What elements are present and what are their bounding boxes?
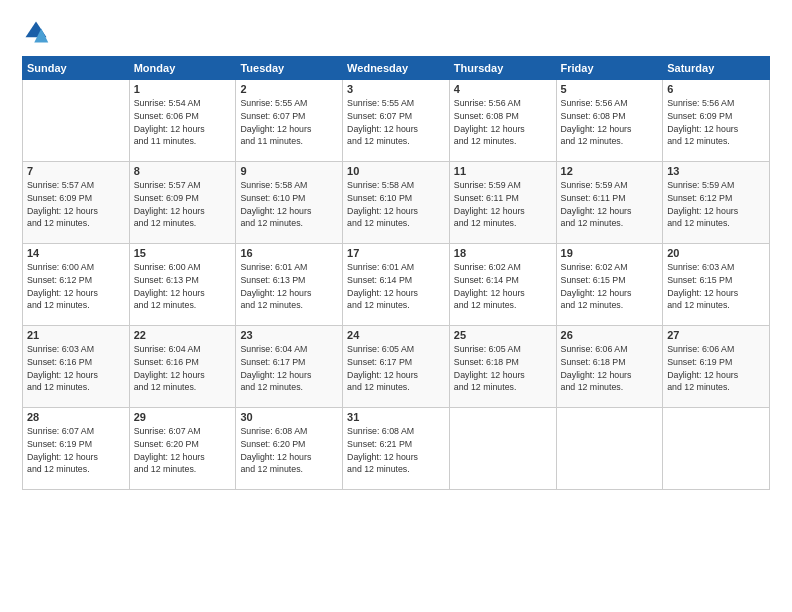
day-cell-24: 24Sunrise: 6:05 AMSunset: 6:17 PMDayligh… (343, 326, 450, 408)
day-info: Sunrise: 6:01 AMSunset: 6:14 PMDaylight:… (347, 261, 445, 312)
day-info: Sunrise: 6:03 AMSunset: 6:15 PMDaylight:… (667, 261, 765, 312)
day-number: 23 (240, 329, 338, 341)
day-info: Sunrise: 5:57 AMSunset: 6:09 PMDaylight:… (27, 179, 125, 230)
week-row-1: 1Sunrise: 5:54 AMSunset: 6:06 PMDaylight… (23, 80, 770, 162)
day-info: Sunrise: 6:06 AMSunset: 6:18 PMDaylight:… (561, 343, 659, 394)
empty-cell (23, 80, 130, 162)
day-cell-29: 29Sunrise: 6:07 AMSunset: 6:20 PMDayligh… (129, 408, 236, 490)
day-cell-28: 28Sunrise: 6:07 AMSunset: 6:19 PMDayligh… (23, 408, 130, 490)
weekday-header-wednesday: Wednesday (343, 57, 450, 80)
day-cell-18: 18Sunrise: 6:02 AMSunset: 6:14 PMDayligh… (449, 244, 556, 326)
week-row-3: 14Sunrise: 6:00 AMSunset: 6:12 PMDayligh… (23, 244, 770, 326)
day-info: Sunrise: 6:00 AMSunset: 6:12 PMDaylight:… (27, 261, 125, 312)
day-number: 25 (454, 329, 552, 341)
day-number: 13 (667, 165, 765, 177)
day-info: Sunrise: 6:05 AMSunset: 6:17 PMDaylight:… (347, 343, 445, 394)
day-cell-8: 8Sunrise: 5:57 AMSunset: 6:09 PMDaylight… (129, 162, 236, 244)
day-number: 21 (27, 329, 125, 341)
day-cell-4: 4Sunrise: 5:56 AMSunset: 6:08 PMDaylight… (449, 80, 556, 162)
page: SundayMondayTuesdayWednesdayThursdayFrid… (0, 0, 792, 612)
day-number: 30 (240, 411, 338, 423)
week-row-2: 7Sunrise: 5:57 AMSunset: 6:09 PMDaylight… (23, 162, 770, 244)
day-info: Sunrise: 5:55 AMSunset: 6:07 PMDaylight:… (240, 97, 338, 148)
day-number: 6 (667, 83, 765, 95)
day-number: 8 (134, 165, 232, 177)
day-number: 2 (240, 83, 338, 95)
day-cell-21: 21Sunrise: 6:03 AMSunset: 6:16 PMDayligh… (23, 326, 130, 408)
day-info: Sunrise: 6:03 AMSunset: 6:16 PMDaylight:… (27, 343, 125, 394)
day-number: 16 (240, 247, 338, 259)
day-info: Sunrise: 5:58 AMSunset: 6:10 PMDaylight:… (347, 179, 445, 230)
day-info: Sunrise: 6:05 AMSunset: 6:18 PMDaylight:… (454, 343, 552, 394)
logo-icon (22, 18, 50, 46)
day-number: 20 (667, 247, 765, 259)
day-number: 1 (134, 83, 232, 95)
weekday-header-tuesday: Tuesday (236, 57, 343, 80)
day-number: 5 (561, 83, 659, 95)
day-cell-6: 6Sunrise: 5:56 AMSunset: 6:09 PMDaylight… (663, 80, 770, 162)
day-info: Sunrise: 6:07 AMSunset: 6:20 PMDaylight:… (134, 425, 232, 476)
day-number: 17 (347, 247, 445, 259)
day-number: 29 (134, 411, 232, 423)
day-cell-23: 23Sunrise: 6:04 AMSunset: 6:17 PMDayligh… (236, 326, 343, 408)
day-info: Sunrise: 5:54 AMSunset: 6:06 PMDaylight:… (134, 97, 232, 148)
day-info: Sunrise: 5:56 AMSunset: 6:09 PMDaylight:… (667, 97, 765, 148)
day-cell-31: 31Sunrise: 6:08 AMSunset: 6:21 PMDayligh… (343, 408, 450, 490)
day-cell-25: 25Sunrise: 6:05 AMSunset: 6:18 PMDayligh… (449, 326, 556, 408)
day-cell-16: 16Sunrise: 6:01 AMSunset: 6:13 PMDayligh… (236, 244, 343, 326)
empty-cell (556, 408, 663, 490)
weekday-header-row: SundayMondayTuesdayWednesdayThursdayFrid… (23, 57, 770, 80)
weekday-header-sunday: Sunday (23, 57, 130, 80)
day-number: 15 (134, 247, 232, 259)
day-cell-3: 3Sunrise: 5:55 AMSunset: 6:07 PMDaylight… (343, 80, 450, 162)
day-info: Sunrise: 6:01 AMSunset: 6:13 PMDaylight:… (240, 261, 338, 312)
empty-cell (663, 408, 770, 490)
day-number: 11 (454, 165, 552, 177)
day-info: Sunrise: 5:57 AMSunset: 6:09 PMDaylight:… (134, 179, 232, 230)
day-number: 22 (134, 329, 232, 341)
calendar-table: SundayMondayTuesdayWednesdayThursdayFrid… (22, 56, 770, 490)
day-number: 28 (27, 411, 125, 423)
day-number: 4 (454, 83, 552, 95)
day-number: 26 (561, 329, 659, 341)
day-number: 24 (347, 329, 445, 341)
week-row-4: 21Sunrise: 6:03 AMSunset: 6:16 PMDayligh… (23, 326, 770, 408)
day-cell-26: 26Sunrise: 6:06 AMSunset: 6:18 PMDayligh… (556, 326, 663, 408)
header (22, 18, 770, 46)
day-cell-10: 10Sunrise: 5:58 AMSunset: 6:10 PMDayligh… (343, 162, 450, 244)
day-cell-20: 20Sunrise: 6:03 AMSunset: 6:15 PMDayligh… (663, 244, 770, 326)
day-number: 14 (27, 247, 125, 259)
day-number: 9 (240, 165, 338, 177)
day-cell-27: 27Sunrise: 6:06 AMSunset: 6:19 PMDayligh… (663, 326, 770, 408)
weekday-header-monday: Monday (129, 57, 236, 80)
day-cell-9: 9Sunrise: 5:58 AMSunset: 6:10 PMDaylight… (236, 162, 343, 244)
day-number: 10 (347, 165, 445, 177)
weekday-header-friday: Friday (556, 57, 663, 80)
day-info: Sunrise: 6:00 AMSunset: 6:13 PMDaylight:… (134, 261, 232, 312)
day-cell-13: 13Sunrise: 5:59 AMSunset: 6:12 PMDayligh… (663, 162, 770, 244)
day-info: Sunrise: 6:04 AMSunset: 6:16 PMDaylight:… (134, 343, 232, 394)
day-info: Sunrise: 5:56 AMSunset: 6:08 PMDaylight:… (454, 97, 552, 148)
day-info: Sunrise: 5:59 AMSunset: 6:11 PMDaylight:… (454, 179, 552, 230)
day-cell-14: 14Sunrise: 6:00 AMSunset: 6:12 PMDayligh… (23, 244, 130, 326)
day-number: 31 (347, 411, 445, 423)
day-info: Sunrise: 6:08 AMSunset: 6:21 PMDaylight:… (347, 425, 445, 476)
day-cell-11: 11Sunrise: 5:59 AMSunset: 6:11 PMDayligh… (449, 162, 556, 244)
logo (22, 18, 54, 46)
week-row-5: 28Sunrise: 6:07 AMSunset: 6:19 PMDayligh… (23, 408, 770, 490)
day-cell-19: 19Sunrise: 6:02 AMSunset: 6:15 PMDayligh… (556, 244, 663, 326)
day-number: 27 (667, 329, 765, 341)
day-cell-22: 22Sunrise: 6:04 AMSunset: 6:16 PMDayligh… (129, 326, 236, 408)
day-info: Sunrise: 6:02 AMSunset: 6:15 PMDaylight:… (561, 261, 659, 312)
day-cell-1: 1Sunrise: 5:54 AMSunset: 6:06 PMDaylight… (129, 80, 236, 162)
day-info: Sunrise: 6:07 AMSunset: 6:19 PMDaylight:… (27, 425, 125, 476)
day-number: 3 (347, 83, 445, 95)
day-cell-15: 15Sunrise: 6:00 AMSunset: 6:13 PMDayligh… (129, 244, 236, 326)
day-cell-17: 17Sunrise: 6:01 AMSunset: 6:14 PMDayligh… (343, 244, 450, 326)
day-number: 19 (561, 247, 659, 259)
day-cell-7: 7Sunrise: 5:57 AMSunset: 6:09 PMDaylight… (23, 162, 130, 244)
day-info: Sunrise: 6:06 AMSunset: 6:19 PMDaylight:… (667, 343, 765, 394)
day-info: Sunrise: 5:59 AMSunset: 6:12 PMDaylight:… (667, 179, 765, 230)
day-info: Sunrise: 6:02 AMSunset: 6:14 PMDaylight:… (454, 261, 552, 312)
day-number: 7 (27, 165, 125, 177)
